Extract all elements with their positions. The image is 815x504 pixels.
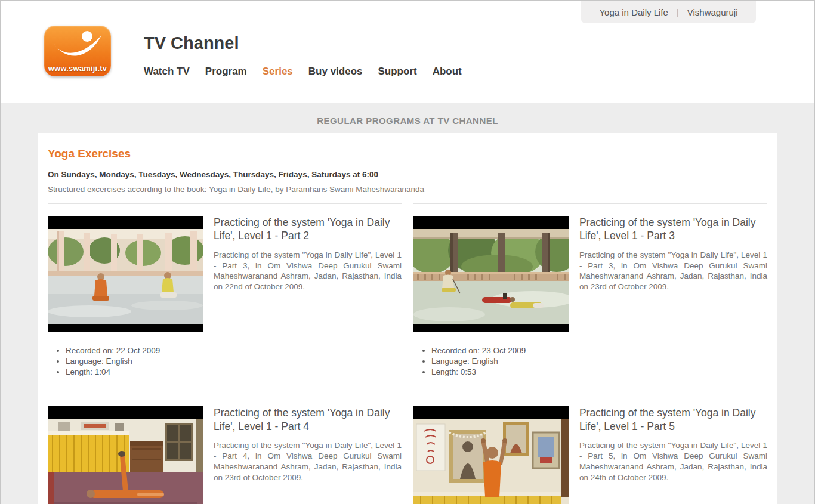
program-description: Practicing of the system "Yoga in Daily … <box>214 250 402 292</box>
site-header: Yoga in Daily Life | Vishwaguruji www.sw… <box>1 1 814 103</box>
nav-program[interactable]: Program <box>205 66 247 78</box>
logo-bird-icon <box>50 30 105 63</box>
program-thumbnail-part4[interactable] <box>48 406 203 504</box>
program-item-part5: Practicing of the system 'Yoga in Daily … <box>413 394 767 504</box>
meta-length: Length: 0:53 <box>431 367 569 378</box>
program-title[interactable]: Practicing of the system 'Yoga in Daily … <box>579 406 767 433</box>
program-meta: Recorded on: 22 Oct 2009 Language: Engli… <box>66 345 203 377</box>
topbar-link-vishwaguruji[interactable]: Vishwaguruji <box>687 7 738 17</box>
program-description: Practicing of the system "Yoga in Daily … <box>579 250 767 292</box>
page: Yoga in Daily Life | Vishwaguruji www.sw… <box>0 0 815 504</box>
program-item-part3: Practicing of the system 'Yoga in Daily … <box>413 203 767 394</box>
program-description: Practicing of the system "Yoga in Daily … <box>579 440 767 483</box>
program-text: Practicing of the system 'Yoga in Daily … <box>579 406 767 483</box>
program-list: Practicing of the system 'Yoga in Daily … <box>48 203 767 504</box>
nav-buy-videos[interactable]: Buy videos <box>308 66 363 78</box>
topbar-link-yoga-in-daily-life[interactable]: Yoga in Daily Life <box>599 7 668 17</box>
program-title[interactable]: Practicing of the system 'Yoga in Daily … <box>214 406 402 433</box>
nav-support[interactable]: Support <box>378 66 417 78</box>
logo-url-text: www.swamiji.tv <box>48 64 107 73</box>
program-thumbnail-part3[interactable] <box>413 216 569 332</box>
program-item-part4: Practicing of the system 'Yoga in Daily … <box>48 394 402 504</box>
series-schedule: On Sundays, Mondays, Tuesdays, Wednesday… <box>48 170 767 179</box>
main-nav: Watch TV Program Series Buy videos Suppo… <box>144 66 462 78</box>
content-card: Yoga Exercises On Sundays, Mondays, Tues… <box>38 133 777 504</box>
program-text: Practicing of the system 'Yoga in Daily … <box>579 216 767 292</box>
program-title[interactable]: Practicing of the system 'Yoga in Daily … <box>214 216 402 243</box>
nav-about[interactable]: About <box>433 66 462 78</box>
meta-length: Length: 1:04 <box>66 367 203 378</box>
program-thumbnail-part2[interactable] <box>48 216 203 332</box>
program-description: Practicing of the system "Yoga in Daily … <box>214 440 402 483</box>
meta-language: Language: English <box>431 356 569 367</box>
program-thumbnail-part5[interactable] <box>413 406 569 504</box>
page-title: TV Channel <box>144 33 239 53</box>
site-logo[interactable]: www.swamiji.tv <box>44 26 111 76</box>
nav-series[interactable]: Series <box>263 66 293 78</box>
meta-recorded-on: Recorded on: 23 Oct 2009 <box>431 345 569 356</box>
topbar: Yoga in Daily Life | Vishwaguruji <box>581 1 756 23</box>
program-text: Practicing of the system 'Yoga in Daily … <box>214 406 402 483</box>
meta-language: Language: English <box>66 356 203 367</box>
program-text: Practicing of the system 'Yoga in Daily … <box>214 216 402 292</box>
series-title: Yoga Exercises <box>48 147 767 160</box>
program-title[interactable]: Practicing of the system 'Yoga in Daily … <box>579 216 767 243</box>
program-item-part2: Practicing of the system 'Yoga in Daily … <box>48 203 402 394</box>
topbar-separator: | <box>677 7 679 17</box>
series-book-note: Structured excercises according to the b… <box>48 185 767 194</box>
nav-watch-tv[interactable]: Watch TV <box>144 66 190 78</box>
program-meta: Recorded on: 23 Oct 2009 Language: Engli… <box>431 345 569 377</box>
meta-recorded-on: Recorded on: 22 Oct 2009 <box>66 345 203 356</box>
section-heading: REGULAR PROGRAMS AT TV CHANNEL <box>1 103 814 133</box>
